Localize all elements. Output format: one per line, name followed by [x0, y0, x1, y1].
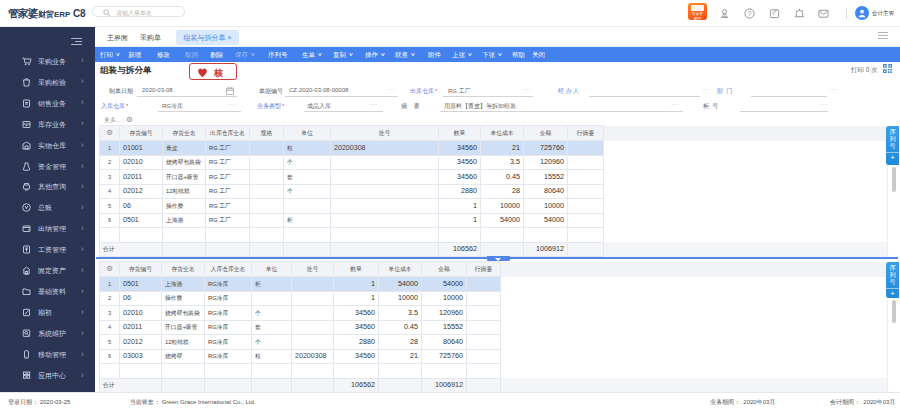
svg-text:?: ? [748, 10, 752, 17]
